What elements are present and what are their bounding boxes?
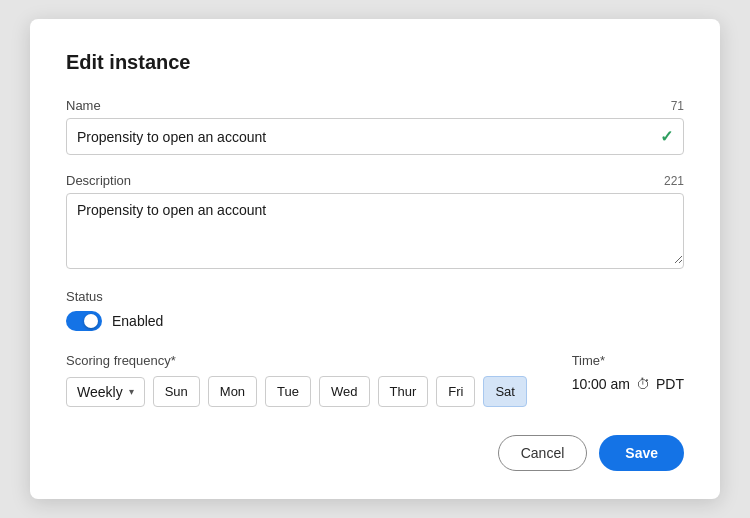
description-field-header: Description 221 — [66, 173, 684, 188]
modal-title: Edit instance — [66, 51, 684, 74]
toggle-row: Enabled — [66, 311, 684, 331]
edit-instance-modal: Edit instance Name 71 ✓ Description 221 … — [30, 19, 720, 499]
status-toggle[interactable] — [66, 311, 102, 331]
day-btn-tue[interactable]: Tue — [265, 376, 311, 407]
description-label: Description — [66, 173, 131, 188]
scoring-freq-group: Scoring frequency* Weekly ▾ Sun Mon Tue … — [66, 353, 527, 407]
description-textarea[interactable] — [67, 194, 683, 264]
timezone-label: PDT — [656, 376, 684, 392]
day-btn-fri[interactable]: Fri — [436, 376, 475, 407]
days-row: Weekly ▾ Sun Mon Tue Wed Thur Fri Sat — [66, 376, 527, 407]
status-section: Status Enabled — [66, 287, 684, 331]
save-button[interactable]: Save — [599, 435, 684, 471]
day-btn-wed[interactable]: Wed — [319, 376, 370, 407]
description-section: Description 221 — [66, 173, 684, 269]
name-field-header: Name 71 — [66, 98, 684, 113]
clock-icon: ⏱ — [636, 376, 650, 392]
name-input[interactable] — [77, 129, 660, 145]
frequency-value: Weekly — [77, 384, 123, 400]
day-btn-thur[interactable]: Thur — [378, 376, 429, 407]
status-label: Status — [66, 289, 103, 304]
name-check-icon: ✓ — [660, 127, 673, 146]
dropdown-caret-icon: ▾ — [129, 386, 134, 397]
day-btn-sat[interactable]: Sat — [483, 376, 527, 407]
description-char-count: 221 — [664, 174, 684, 188]
time-group: Time* 10:00 am ⏱ PDT — [572, 353, 684, 392]
modal-footer: Cancel Save — [66, 435, 684, 471]
frequency-select[interactable]: Weekly ▾ — [66, 377, 145, 407]
time-field-label: Time* — [572, 353, 605, 368]
scoring-section: Scoring frequency* Weekly ▾ Sun Mon Tue … — [66, 353, 684, 407]
time-value: 10:00 am — [572, 376, 630, 392]
description-textarea-wrapper — [66, 193, 684, 269]
name-input-wrapper[interactable]: ✓ — [66, 118, 684, 155]
cancel-button[interactable]: Cancel — [498, 435, 588, 471]
name-char-count: 71 — [671, 99, 684, 113]
day-btn-sun[interactable]: Sun — [153, 376, 200, 407]
day-btn-mon[interactable]: Mon — [208, 376, 257, 407]
name-section: Name 71 ✓ — [66, 98, 684, 155]
toggle-thumb — [84, 314, 98, 328]
name-label: Name — [66, 98, 101, 113]
scoring-freq-label: Scoring frequency* — [66, 353, 527, 368]
toggle-label: Enabled — [112, 313, 163, 329]
